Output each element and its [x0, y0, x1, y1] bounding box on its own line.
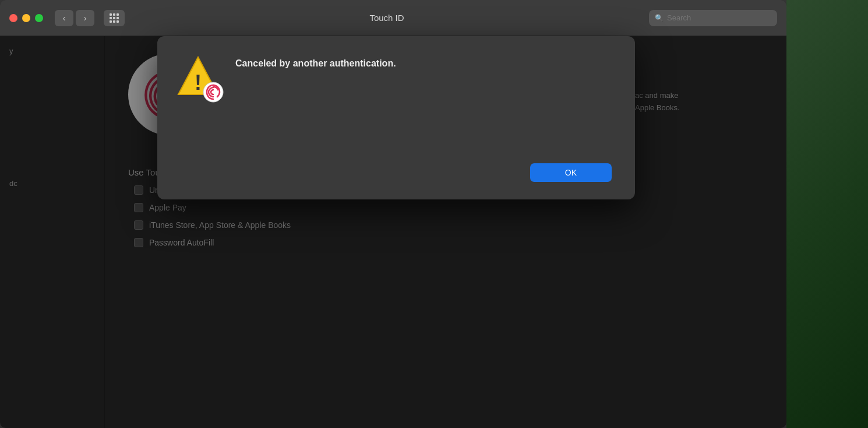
maximize-button[interactable]: [35, 14, 43, 22]
forward-button[interactable]: ›: [76, 10, 94, 26]
svg-text:!: !: [195, 71, 202, 94]
alert-footer: OK: [175, 163, 612, 182]
window-title: Touch ID: [132, 13, 642, 23]
grid-icon: [110, 13, 119, 23]
fingerprint-badge-icon: [203, 82, 224, 103]
main-window: ‹ › Touch ID 🔍 y dc: [0, 0, 786, 428]
minimize-button[interactable]: [22, 14, 30, 22]
alert-title: Canceled by another authentication.: [235, 58, 612, 69]
desktop-area: [786, 0, 868, 428]
alert-icon-area: !: [175, 54, 221, 100]
alert-text-area: Canceled by another authentication.: [235, 54, 612, 75]
search-input[interactable]: [667, 13, 771, 22]
back-button[interactable]: ‹: [55, 10, 73, 26]
alert-body: ! Canceled by another authentication.: [175, 54, 612, 152]
search-icon: 🔍: [655, 14, 664, 22]
ok-button[interactable]: OK: [530, 163, 612, 182]
grid-button[interactable]: [104, 10, 125, 26]
close-button[interactable]: [9, 14, 17, 22]
title-bar: ‹ › Touch ID 🔍: [0, 0, 786, 36]
alert-dialog: ! Canceled by another authentication. O: [157, 36, 635, 199]
traffic-lights: [9, 14, 43, 22]
search-bar[interactable]: 🔍: [649, 10, 777, 26]
nav-buttons: ‹ ›: [55, 10, 94, 26]
